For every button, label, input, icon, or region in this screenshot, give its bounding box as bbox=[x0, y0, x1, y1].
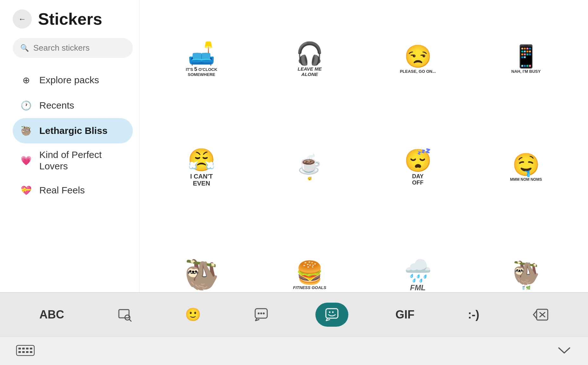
svg-rect-0 bbox=[119, 310, 129, 318]
svg-rect-7 bbox=[326, 309, 338, 318]
sidebar-item-real-feels[interactable]: 💝Real Feels bbox=[13, 178, 133, 203]
sticker-cell[interactable]: 😴 DAYOFF bbox=[365, 114, 470, 219]
svg-point-8 bbox=[329, 311, 330, 313]
svg-rect-21 bbox=[30, 351, 32, 353]
chat-sticker-button[interactable] bbox=[248, 305, 275, 325]
svg-rect-16 bbox=[26, 348, 29, 349]
svg-rect-20 bbox=[26, 351, 29, 353]
svg-rect-15 bbox=[22, 348, 25, 349]
sticker-active-icon bbox=[325, 308, 339, 322]
sticker-cell[interactable]: 🦥 bbox=[149, 223, 254, 293]
delete-button[interactable] bbox=[527, 305, 555, 324]
svg-rect-18 bbox=[18, 351, 21, 353]
chat-sticker-icon bbox=[254, 308, 268, 322]
sticker-cell[interactable]: 🦥 🥤🌿 bbox=[474, 223, 578, 293]
svg-point-4 bbox=[258, 312, 260, 314]
sticker-area: 🛋️ IT'S 5 O'CLOCKSOMEWHERE 🎧 Leave MeAlo… bbox=[139, 0, 588, 292]
keyboard-icon bbox=[16, 344, 35, 357]
sticker-cell[interactable]: 📱 NAH, I'M BUSY bbox=[474, 6, 578, 111]
search-input[interactable] bbox=[33, 43, 125, 53]
sidebar-item-explore[interactable]: ⊕Explore packs bbox=[13, 67, 133, 93]
page-title: Stickers bbox=[38, 9, 102, 28]
svg-point-6 bbox=[263, 312, 265, 314]
abc-button[interactable]: ABC bbox=[33, 305, 70, 324]
sticker-cell[interactable]: 😤 I CAN'TEVEN bbox=[149, 114, 254, 219]
recents-label: Recents bbox=[39, 100, 74, 111]
sidebar-menu: ⊕Explore packs🕐Recents🦥Lethargic Bliss💗K… bbox=[13, 67, 133, 203]
recents-icon: 🕐 bbox=[19, 98, 33, 112]
search-box[interactable]: 🔍 bbox=[13, 38, 133, 58]
main-container: ← Stickers 🔍 ⊕Explore packs🕐Recents🦥Leth… bbox=[0, 0, 588, 292]
emoji-icon: 🙂 bbox=[185, 307, 201, 322]
ascii-button[interactable]: :-) bbox=[462, 305, 486, 324]
emoji-button[interactable]: 🙂 bbox=[179, 304, 207, 325]
svg-rect-14 bbox=[18, 348, 21, 349]
back-button[interactable]: ← bbox=[13, 9, 32, 28]
explore-label: Explore packs bbox=[39, 74, 99, 86]
sidebar-item-recents[interactable]: 🕐Recents bbox=[13, 93, 133, 118]
sticker-grid: 🛋️ IT'S 5 O'CLOCKSOMEWHERE 🎧 Leave MeAlo… bbox=[149, 6, 578, 292]
lethargic-bliss-icon: 🦥 bbox=[19, 124, 33, 138]
sidebar-header: ← Stickers bbox=[13, 9, 133, 28]
sticker-cell[interactable]: 🌧️ FML bbox=[365, 223, 470, 293]
sticker-cell[interactable]: 🎧 Leave MeAlone bbox=[257, 6, 362, 111]
svg-rect-17 bbox=[30, 348, 32, 349]
sidebar: ← Stickers 🔍 ⊕Explore packs🕐Recents🦥Leth… bbox=[0, 0, 139, 292]
sticker-cell[interactable]: 😒 PLEASE, GO ON... bbox=[365, 6, 470, 111]
svg-rect-19 bbox=[22, 351, 25, 353]
sticker-active-button[interactable] bbox=[315, 303, 348, 327]
explore-icon: ⊕ bbox=[19, 73, 33, 87]
sidebar-item-lethargic-bliss[interactable]: 🦥Lethargic Bliss bbox=[13, 118, 133, 143]
sticker-cell[interactable]: 🛋️ IT'S 5 O'CLOCKSOMEWHERE bbox=[149, 6, 254, 111]
sticker-cell[interactable]: ☕ COFFEE 😴 bbox=[257, 114, 362, 219]
svg-line-2 bbox=[129, 319, 131, 321]
sidebar-item-kind-of-perfect-lovers[interactable]: 💗Kind of Perfect Lovers bbox=[13, 143, 133, 178]
real-feels-icon: 💝 bbox=[19, 183, 33, 197]
gif-button[interactable]: GIF bbox=[389, 305, 421, 324]
image-search-icon bbox=[118, 308, 132, 322]
search-icon: 🔍 bbox=[20, 44, 29, 52]
kind-of-perfect-lovers-icon: 💗 bbox=[19, 154, 33, 167]
sticker-cell[interactable]: 🤤 MMM NOM NOMS bbox=[474, 114, 578, 219]
chevron-down-button[interactable] bbox=[556, 344, 572, 358]
kind-of-perfect-lovers-label: Kind of Perfect Lovers bbox=[39, 149, 126, 172]
sticker-cell[interactable]: 🍔 FITNESS GOALS bbox=[257, 223, 362, 293]
delete-icon bbox=[533, 308, 549, 321]
svg-point-9 bbox=[332, 311, 333, 313]
image-search-button[interactable] bbox=[111, 305, 138, 325]
chevron-down-icon bbox=[556, 344, 572, 357]
svg-rect-13 bbox=[16, 345, 34, 356]
svg-point-5 bbox=[260, 312, 262, 314]
keyboard-button[interactable] bbox=[16, 344, 35, 358]
lethargic-bliss-label: Lethargic Bliss bbox=[39, 125, 107, 136]
bottom-toolbar: ABC 🙂 GIF :-) bbox=[0, 292, 588, 337]
very-bottom-bar bbox=[0, 337, 588, 365]
real-feels-label: Real Feels bbox=[39, 185, 85, 196]
